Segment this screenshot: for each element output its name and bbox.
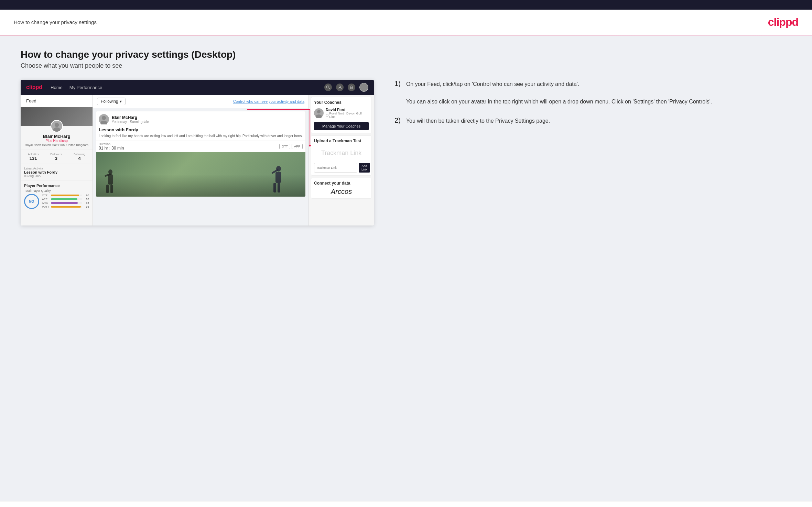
main-content: How to change your privacy settings (Des…: [0, 35, 812, 501]
article-subtitle: Choose what you want people to see: [21, 62, 791, 69]
privacy-link[interactable]: Control who can see your activity and da…: [233, 99, 304, 103]
trackman-input[interactable]: [314, 163, 357, 173]
svg-point-22: [326, 114, 328, 117]
post-user-name: Blair McHarg: [112, 115, 149, 120]
app-main: Following ▾ Control who can see your act…: [93, 95, 308, 225]
profile-cover: [21, 107, 93, 126]
post-header: Blair McHarg Yesterday · Sunningdale: [96, 111, 305, 127]
footer: Copyright Clippd 2022: [0, 501, 812, 507]
page-title: How to change your privacy settings: [14, 19, 97, 25]
app-nav: clippd Home My Performance: [21, 80, 374, 95]
app-sidebar: Feed Blair McHarg Plus Handicap Royal No…: [21, 95, 93, 225]
pp-circle: 92: [24, 194, 39, 209]
svg-point-21: [316, 114, 322, 118]
pp-bars: OTT 90 APP 85: [42, 194, 89, 209]
post-meta: Yesterday · Sunningdale: [112, 120, 149, 124]
user-avatar-nav[interactable]: [359, 83, 368, 92]
nav-link-performance[interactable]: My Performance: [69, 85, 102, 90]
post-duration: Duration 01 hr : 30 min OTT APP: [96, 141, 305, 152]
app-body: Feed Blair McHarg Plus Handicap Royal No…: [21, 95, 374, 225]
instruction-number-2: 2): [394, 117, 401, 125]
app-right-sidebar: Your Coaches David Ford Royal North D: [308, 95, 374, 225]
tag-app: APP: [292, 144, 303, 149]
bar-ott: OTT 90: [42, 194, 89, 197]
svg-point-6: [54, 123, 58, 127]
svg-point-8: [102, 116, 106, 120]
instruction-2: 2) You will then be taken directly to th…: [394, 117, 791, 125]
profile-card: Blair McHarg Plus Handicap Royal North D…: [21, 107, 93, 212]
svg-point-9: [100, 121, 107, 124]
trackman-section: Upload a Trackman Test Trackman Link Add…: [311, 135, 372, 176]
coach-item: David Ford Royal North Devon Golf Club: [314, 108, 369, 119]
bar-arg: ARG 86: [42, 201, 89, 205]
bar-putt: PUTT 96: [42, 205, 89, 208]
svg-point-0: [327, 86, 329, 88]
article-header: How to change your privacy settings (Des…: [21, 49, 791, 69]
post-card: Blair McHarg Yesterday · Sunningdale Les…: [96, 111, 306, 197]
user-icon[interactable]: [336, 84, 344, 91]
feed-tab[interactable]: Feed: [21, 95, 93, 107]
svg-line-1: [329, 88, 330, 89]
instruction-text-1: On your Feed, click/tap on 'Control who …: [406, 80, 712, 106]
app-nav-links: Home My Performance: [51, 85, 102, 90]
latest-activity: Latest Activity Lesson with Fordy 03 Aug…: [21, 164, 93, 180]
search-icon[interactable]: [324, 84, 332, 91]
instruction-text-2: You will then be taken directly to the P…: [406, 117, 550, 125]
following-button[interactable]: Following ▾: [97, 98, 126, 105]
post-desc: Looking to feel like my hands are exitin…: [96, 134, 305, 141]
coaches-title: Your Coaches: [314, 100, 369, 105]
pp-content: 92 OTT 90 APP: [24, 194, 89, 209]
trackman-placeholder: Trackman Link: [314, 145, 369, 161]
trackman-input-row: Add Link: [314, 163, 369, 173]
stat-following: Following 4: [74, 153, 85, 161]
player-performance: Player Performance Total Player Quality …: [21, 180, 93, 212]
coaches-section: Your Coaches David Ford Royal North D: [311, 97, 372, 133]
top-bar: [0, 0, 812, 10]
post-user-info: Blair McHarg Yesterday · Sunningdale: [112, 115, 149, 124]
stat-activities: Activities 131: [28, 153, 39, 161]
coach-club: Royal North Devon Golf Club: [326, 112, 369, 119]
post-image: [96, 152, 305, 197]
coach-avatar: [314, 108, 324, 118]
post-tags: OTT APP: [279, 144, 303, 149]
connect-title: Connect your data: [314, 181, 369, 186]
instruction-number-1: 1): [394, 80, 401, 106]
app-nav-icons: [324, 83, 368, 92]
app-mockup-wrapper: clippd Home My Performance: [21, 80, 374, 225]
coach-info: David Ford Royal North Devon Golf Club: [326, 108, 369, 119]
globe-icon[interactable]: [348, 84, 355, 91]
add-link-button[interactable]: Add Link: [359, 163, 370, 173]
following-bar: Following ▾ Control who can see your act…: [93, 95, 308, 108]
header: How to change your privacy settings clip…: [0, 10, 812, 35]
content-layout: clippd Home My Performance: [21, 80, 791, 225]
article-title: How to change your privacy settings (Des…: [21, 49, 791, 60]
bar-app: APP 85: [42, 198, 89, 201]
profile-name: Blair McHarg: [23, 134, 90, 139]
instructions: 1) On your Feed, click/tap on 'Control w…: [388, 80, 791, 135]
nav-link-home[interactable]: Home: [51, 85, 63, 90]
profile-club: Royal North Devon Golf Club, United King…: [23, 143, 90, 147]
app-logo: clippd: [26, 84, 42, 90]
profile-stats: Activities 131 Followers 3 Following 4: [21, 150, 93, 164]
manage-coaches-button[interactable]: Manage Your Coaches: [314, 122, 369, 130]
stat-followers: Followers 3: [50, 153, 62, 161]
post-title: Lesson with Fordy: [96, 127, 305, 134]
svg-point-20: [317, 110, 321, 113]
connect-brand: Arccos: [314, 188, 369, 196]
trackman-title: Upload a Trackman Test: [314, 139, 369, 143]
coach-name: David Ford: [326, 108, 369, 112]
app-mockup: clippd Home My Performance: [21, 80, 374, 225]
logo: clippd: [768, 16, 798, 29]
svg-point-7: [53, 128, 60, 132]
tag-ott: OTT: [279, 144, 290, 149]
post-avatar: [99, 114, 109, 124]
instruction-1: 1) On your Feed, click/tap on 'Control w…: [394, 80, 791, 106]
connect-section: Connect your data Arccos: [311, 178, 372, 199]
profile-handicap: Plus Handicap: [23, 139, 90, 143]
profile-avatar: [51, 120, 63, 132]
